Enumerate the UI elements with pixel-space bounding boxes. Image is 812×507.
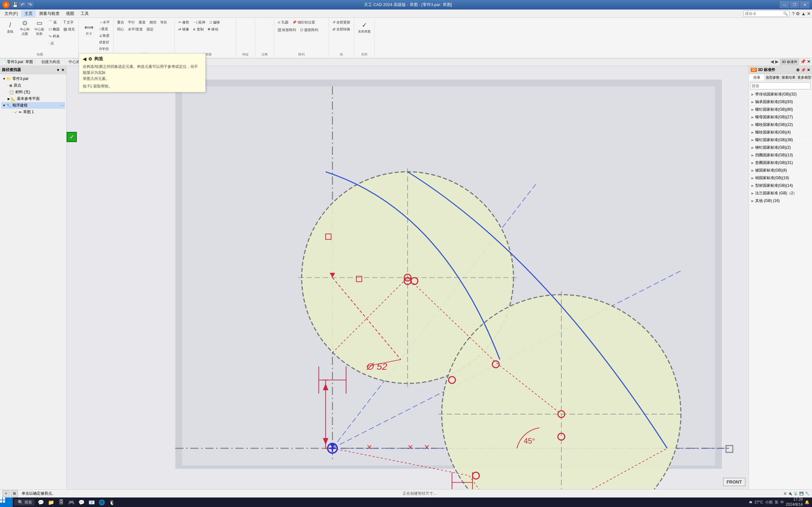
- rp-tab-more[interactable]: 更多模型: [797, 74, 812, 81]
- ribbon-btn-hole[interactable]: ⊙ 孔圆: [276, 19, 290, 25]
- quick-access-btn[interactable]: 💾: [11, 2, 18, 8]
- taskbar-search-btn[interactable]: 🔍 搜索: [14, 499, 35, 506]
- tree-item-ref-planes[interactable]: ▶ 📐 基本参考平面: [1, 96, 65, 102]
- ribbon-btn-trim[interactable]: ✂ 修剪: [177, 19, 191, 25]
- redo-btn[interactable]: ↷: [27, 2, 34, 8]
- nav-next-icon[interactable]: ▶: [775, 59, 779, 65]
- path-finder-close[interactable]: ✕: [61, 68, 64, 72]
- rp-pin-icon[interactable]: 📌: [801, 68, 806, 72]
- ribbon-btn-mirror[interactable]: ⇌ 镜像: [177, 26, 191, 32]
- ribbon-btn-dim3[interactable]: ∠角度: [98, 32, 111, 39]
- ribbon-btn-dim1[interactable]: ↔水平: [98, 19, 111, 25]
- ribbon-btn-spline[interactable]: ∿样条: [47, 33, 61, 39]
- rp-close-icon[interactable]: ✕: [807, 68, 810, 72]
- menu-measure[interactable]: 测量与检查: [36, 10, 63, 17]
- path-finder-collapse[interactable]: ▼: [56, 68, 60, 72]
- rp-item-13[interactable]: ▶ 法兰国家标准 (GB)（2）: [749, 189, 812, 197]
- ribbon-btn-update-all[interactable]: ↺ 全部更新: [331, 19, 352, 25]
- minimize-btn[interactable]: —: [780, 1, 789, 8]
- ribbon-btn-smart-dim[interactable]: ⟺ 尺寸: [81, 19, 97, 41]
- drawing-icon-1[interactable]: ⌗: [3, 490, 9, 497]
- panel-close-icon[interactable]: ✕: [807, 59, 811, 65]
- taskbar-icon-msg[interactable]: 💬: [77, 498, 87, 507]
- close-ribbon-icon[interactable]: ✕: [807, 11, 811, 16]
- rp-tab-catalog[interactable]: 目录: [749, 74, 765, 81]
- ribbon-btn-rect[interactable]: ▭ 中心面矩形: [32, 19, 46, 36]
- taskbar-icon-browser[interactable]: 🌐: [97, 498, 107, 507]
- taskbar-icon-app[interactable]: 🐧: [107, 498, 117, 507]
- ribbon-btn-coincident[interactable]: 重合: [115, 19, 125, 25]
- taskbar-icon-mail[interactable]: 📧: [87, 498, 97, 507]
- tree-item-material[interactable]: · 📋 材料 (无): [1, 89, 65, 96]
- taskbar-start-btn[interactable]: [0, 498, 13, 507]
- rp-item-14[interactable]: ▶ 其他 (GB) (16): [749, 197, 812, 205]
- ribbon-btn-convert-all[interactable]: ⇄ 全部转换: [331, 26, 352, 32]
- ribbon-btn-circle[interactable]: ⊙ 中心和点圆: [18, 19, 32, 36]
- rp-item-6[interactable]: ▶ 螺钉国家标准(GB)(38): [749, 136, 812, 144]
- ribbon-btn-concentric[interactable]: 同心: [115, 26, 125, 32]
- ribbon-btn-dim2[interactable]: ↕垂直: [98, 26, 111, 32]
- ribbon-btn-ellipse[interactable]: ⬭椭圆: [47, 26, 61, 32]
- ribbon-btn-circ-array[interactable]: ◎ 圆形阵列: [298, 26, 320, 33]
- rp-item-10[interactable]: ▶ 键国家标准(GB)(8): [749, 167, 812, 174]
- rp-gear-icon[interactable]: ⚙: [796, 68, 800, 72]
- taskbar-ime[interactable]: 中: [780, 500, 784, 505]
- ribbon-btn-offset[interactable]: ⊃ 偏移: [207, 19, 221, 25]
- search-input[interactable]: [745, 11, 783, 16]
- ribbon-btn-equal[interactable]: 等长: [159, 19, 169, 25]
- panel-pin-icon[interactable]: 📌: [800, 59, 806, 65]
- 3d-standard-toggle[interactable]: 3D 标准件: [780, 59, 799, 65]
- tab-create-construct[interactable]: 创建为构造: [38, 58, 64, 66]
- taskbar-icon-store[interactable]: 🗄: [56, 498, 66, 507]
- confirm-button[interactable]: ✓: [67, 132, 77, 142]
- rp-item-9[interactable]: ▶ 垫圈国家标准(GB)(31): [749, 159, 812, 167]
- ribbon-btn-copy[interactable]: ⊕ 复制: [191, 26, 205, 32]
- rp-item-1[interactable]: ▶ 轴承国家标准(GB)(93): [749, 98, 812, 106]
- rp-item-2[interactable]: ▶ 螺钉国家标准(GB)(80): [749, 106, 812, 114]
- tree-item-origin[interactable]: · ⊕ 原点: [1, 82, 65, 89]
- ribbon-btn-tangent[interactable]: 相切: [148, 19, 158, 25]
- rp-item-11[interactable]: ▶ 销国家标准(GB)(19): [749, 174, 812, 182]
- help-btn[interactable]: ?: [792, 11, 795, 16]
- ribbon-btn-close-sketch[interactable]: ✓ 关闭草图: [356, 19, 372, 36]
- menu-tools[interactable]: 工具: [78, 10, 92, 17]
- ribbon-btn-rect-array[interactable]: ▦ 矩形阵列: [276, 26, 298, 33]
- ribbon-btn-pin[interactable]: 📌 锚钉柱位置: [291, 19, 317, 25]
- rp-item-3[interactable]: ▶ 螺母国家标准(GB)(27): [749, 114, 812, 121]
- taskbar-notification-icon[interactable]: 🔔: [805, 500, 809, 504]
- taskbar-icon-folder[interactable]: 📁: [46, 498, 56, 507]
- rp-item-8[interactable]: ▶ 挡圈国家标准(GB)(13): [749, 152, 812, 159]
- ribbon-btn-perpendicular[interactable]: 垂直: [137, 19, 147, 25]
- taskbar-icon-game[interactable]: 🎮: [66, 498, 77, 507]
- rp-item-4[interactable]: ▶ 螺栓国家标准(GB)(22): [749, 121, 812, 129]
- menu-file[interactable]: 文件(F): [1, 10, 21, 17]
- undo-btn[interactable]: ↶: [19, 2, 26, 8]
- ribbon-btn-dim5[interactable]: R半径: [98, 46, 111, 52]
- rp-item-5[interactable]: ▶ 螺栓国家标准(GB)(4): [749, 129, 812, 136]
- taskbar-lang[interactable]: 英: [774, 500, 778, 505]
- ribbon-btn-extend[interactable]: →| 延伸: [191, 19, 207, 25]
- nav-prev-icon[interactable]: ◀: [770, 59, 774, 65]
- tree-item-ordered[interactable]: ▼ 🔧 顺序建模 ⋯: [1, 102, 65, 109]
- ribbon-btn-move[interactable]: ✥ 移动: [206, 26, 220, 32]
- restore-btn[interactable]: ❐: [790, 1, 799, 8]
- rp-item-7[interactable]: ▶ 铆钉国家标准(GB)(2): [749, 144, 812, 152]
- settings-icon[interactable]: ⚙: [796, 11, 800, 16]
- ribbon-btn-fix[interactable]: 固定: [145, 26, 155, 32]
- canvas-area[interactable]: Ø 52 Ø 32 Ø 20 34 Ø 4 45° Ø 32: [67, 66, 749, 489]
- rp-item-0[interactable]: ▶ 带传动国家标准(GB)(32): [749, 91, 812, 98]
- ribbon-btn-parallel[interactable]: 平行: [126, 19, 137, 25]
- tooltip-nav-left[interactable]: ◀: [83, 56, 86, 61]
- menu-view[interactable]: 视图: [63, 10, 78, 17]
- ribbon-btn-point[interactable]: ·点: [47, 40, 61, 46]
- tree-item-sketch1[interactable]: · ✓ ✏ 草图 1: [1, 109, 65, 115]
- rp-tab-results[interactable]: 搜索结果: [780, 74, 797, 81]
- rp-item-12[interactable]: ▶ 型材国家标准(GB)(14): [749, 182, 812, 189]
- ribbon-btn-fill[interactable]: ▨填充: [62, 26, 77, 32]
- ribbon-btn-text[interactable]: T文字: [62, 19, 77, 25]
- menu-home[interactable]: 主页: [21, 10, 36, 17]
- ribbon-btn-dim4[interactable]: Ø直径: [98, 39, 111, 45]
- drawing-icon-2[interactable]: ⊞: [11, 490, 18, 497]
- expand-icon[interactable]: ▲: [801, 11, 806, 16]
- ribbon-btn-line[interactable]: / 直线: [3, 19, 17, 36]
